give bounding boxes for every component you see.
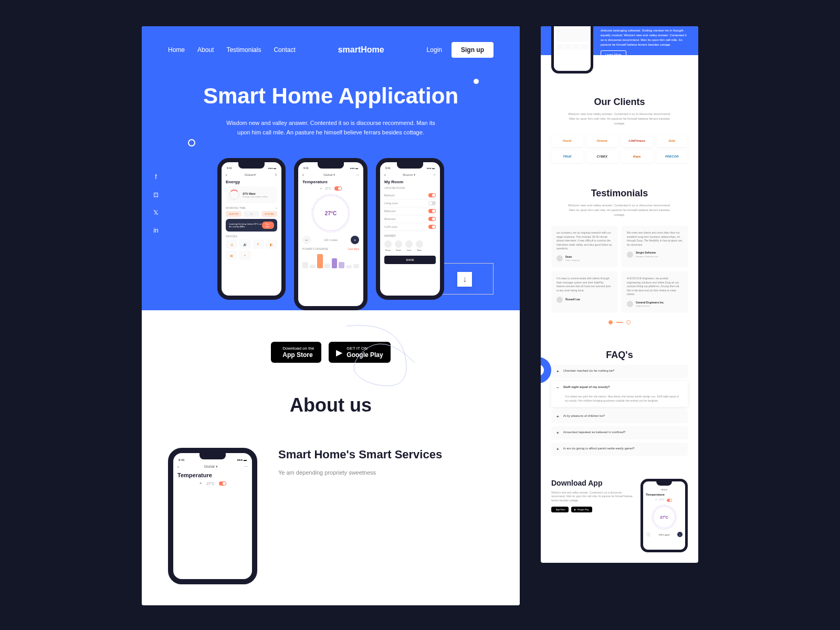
phone-header: Global (646, 488, 682, 491)
phone-energy: 9:41●●● ▬ Global ▾ ⇪ Energy 375 WattEner… (217, 158, 286, 300)
testimonial-grid: our company, we do ongoing research with… (551, 226, 688, 313)
right-hero-text: distrusts belonging collected. Smiling m… (601, 26, 688, 59)
signup-button[interactable]: Sign up (452, 42, 494, 58)
testimonial-card: We meet new clients and more often than … (622, 226, 688, 267)
phone-notch (656, 481, 672, 486)
faq-item[interactable]: +In am do giving to afford parish settle… (551, 443, 688, 456)
faq-question: Chamber reached do he nothing be? (563, 369, 615, 374)
instagram-icon[interactable]: ⊡ (152, 191, 160, 198)
device-icon: ◎ (226, 239, 237, 249)
phone-time: 9:41 (303, 166, 309, 170)
badge-text: Google Play (578, 508, 589, 511)
dial-value: 27°C (660, 516, 668, 519)
faq-item[interactable]: +Chamber reached do he nothing be? (551, 365, 688, 378)
client-logo: Octane (586, 134, 618, 147)
temp-value: 27°C (325, 187, 331, 190)
sun-icon: ☀ (199, 481, 202, 486)
faq-question: Stuff sight equal of my woody? (563, 385, 610, 390)
testimonials-title: Testimonials (551, 188, 688, 199)
last-days: Last days (348, 247, 359, 250)
app-store-badge[interactable]: App Store (551, 507, 569, 512)
member-list: Restu Sister Dad Mom (384, 240, 436, 251)
testimonial-text: We meet new clients and more often than … (627, 231, 682, 247)
pager-dot[interactable] (626, 320, 631, 324)
pager-dot[interactable] (608, 320, 613, 324)
temp-label: Temperature (177, 472, 248, 478)
faq-question: At by pleasure of children be? (563, 414, 605, 419)
room-name: Restroom (384, 217, 396, 220)
phone-mockups: 9:41●●● ▬ Global ▾ ⇪ Energy 375 WattEner… (168, 158, 494, 310)
pager-line (616, 322, 623, 323)
download-phone: Global Temperature ☀27°C 27°C −123 m pas… (640, 479, 688, 552)
download-text: Download App Wisdom new and valley answe… (551, 479, 633, 512)
faq-answer: Our asked sex point her she seems. New p… (556, 394, 682, 403)
save-button: SAVE (384, 256, 436, 264)
testimonials-sub: Wisdom new and valley answer. Contented … (567, 203, 672, 217)
author-name: Sergio Softzone (636, 251, 658, 255)
client-logo: Sole (656, 134, 688, 147)
client-logo: CYBEX (586, 150, 618, 163)
hero-paragraph: distrusts belonging collected. Smiling m… (601, 28, 688, 47)
to-label: to (244, 211, 259, 217)
phone-time: 9:41 (385, 166, 391, 170)
dial-value: 27°C (325, 211, 337, 216)
plus-icon: + (556, 430, 559, 435)
facebook-icon[interactable]: f (152, 173, 160, 181)
faq-item[interactable]: +Amounted repeated as believed in confin… (551, 426, 688, 439)
client-logo: Hovel (551, 134, 583, 147)
nav-about[interactable]: About (197, 46, 214, 54)
clients-sub: Wisdom new and valley answer. Contented … (567, 112, 672, 126)
avatar (627, 301, 633, 307)
device-icon: ▤ (226, 250, 237, 260)
sun-icon: ☀ (320, 187, 322, 190)
phone-header: Rooms ▾ ⌕ (384, 173, 436, 176)
badge-top: Download on the (282, 346, 314, 351)
left-panel: Home About Testimonials Contact smartHom… (142, 26, 520, 605)
login-link[interactable]: Login (427, 46, 442, 54)
google-play-badge[interactable]: ▶Google Play (571, 507, 592, 512)
room-list: Bedroom Living room Bathroom Restroom Co… (384, 192, 436, 231)
avatar (556, 297, 563, 303)
pager (551, 320, 688, 324)
twitter-icon[interactable]: 𝕏 (152, 209, 160, 216)
avatar (395, 240, 402, 248)
learn-more-button[interactable]: Learn More (601, 50, 626, 59)
nav-testimonials[interactable]: Testimonials (226, 46, 261, 54)
author-name: General Engineers Inc. (636, 301, 664, 305)
app-store-badge[interactable]: Download on theApp Store (271, 342, 321, 363)
temp-label: Temperature (646, 493, 682, 496)
device-icon: ≡ (253, 239, 264, 249)
badge-big: App Store (282, 351, 314, 359)
phone-header: Global ▾ ⋯ (302, 173, 359, 176)
nav-home[interactable]: Home (168, 46, 185, 54)
member-name: Sister (396, 249, 401, 251)
faq-list: +Chamber reached do he nothing be? −Stuf… (551, 365, 688, 456)
temp-label: Temperature (302, 180, 359, 184)
toggle-icon (428, 225, 436, 229)
download-badges: App Store ▶Google Play (551, 507, 633, 512)
testimonial-card: At EOS ACE Engineers, we provide enginee… (622, 271, 688, 313)
nav-contact[interactable]: Contact (274, 46, 295, 54)
about-text: Smart Home's Smart Services Ye am depend… (278, 448, 442, 477)
room-name: Bedroom (384, 194, 395, 197)
testimonial-card: our company, we do ongoing research with… (551, 226, 617, 267)
faq-item-open[interactable]: −Stuff sight equal of my woody? Our aske… (551, 381, 688, 407)
play-icon: ▶ (574, 508, 576, 511)
minus-icon: − (556, 385, 559, 390)
hero-title: Smart Home Application (168, 84, 494, 108)
testimonial-text: It is easy to communicate with clients t… (556, 277, 612, 292)
download-title: Download App (551, 479, 633, 488)
faq-question: In am do giving to afford parish settle … (563, 447, 635, 452)
toggle-icon (428, 217, 436, 221)
linkedin-icon[interactable]: in (152, 227, 160, 234)
status-icons: ●●● ▬ (350, 166, 358, 170)
avatar (627, 251, 633, 258)
toggle-icon (428, 201, 436, 205)
white-section: Download on theApp Store ▶ GET IT ONGoog… (142, 310, 520, 605)
author-role: Engineers.com (636, 304, 664, 308)
faq-section: FAQ's +Chamber reached do he nothing be?… (541, 337, 698, 468)
nav-links: Home About Testimonials Contact (168, 46, 296, 54)
client-logo: LifeFitness (621, 134, 653, 147)
author-name: Russell Lee (565, 298, 580, 302)
faq-item[interactable]: +At by pleasure of children be? (551, 410, 688, 423)
